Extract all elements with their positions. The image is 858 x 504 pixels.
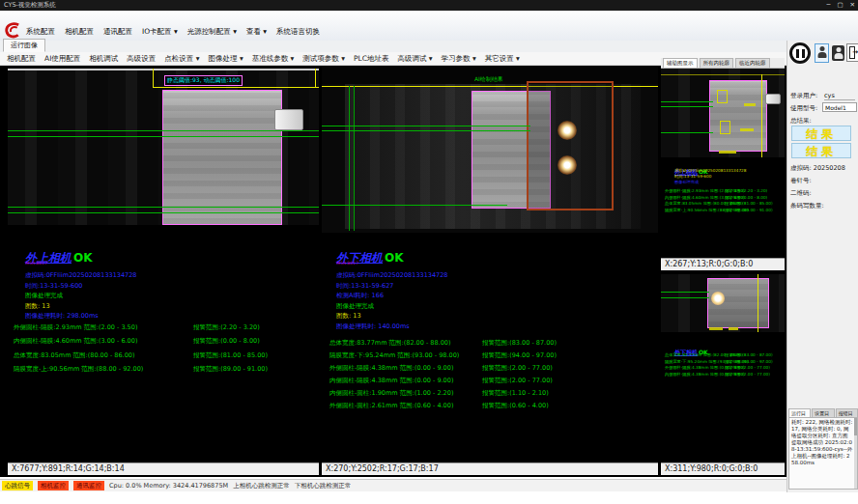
- image-count-line: 图数: 13: [336, 311, 447, 322]
- weld-glow-spot: [558, 155, 577, 175]
- tool-spot-check[interactable]: 点检设置 ▾: [164, 54, 199, 64]
- annotation-mark: [729, 327, 738, 330]
- camera-info-block: 虚拟码:0FFIiim20250208133134728 时间:13-31-59…: [674, 168, 746, 185]
- tool-image-processing[interactable]: 图像处理 ▾: [209, 54, 243, 64]
- annotation-mark: [709, 327, 723, 330]
- side-control-panel: → 登录用户: cys 使用型号: Model1 总结果: 结果 结果 虚拟码:…: [786, 41, 858, 492]
- tool-advanced-debug[interactable]: 高级调试 ▾: [397, 54, 432, 64]
- bottom-statusbar: 心跳信号 相机监控 通讯监控 Cpu: 0.0% Memory: 3424.41…: [0, 479, 786, 491]
- aux-top-panel: 辅助图显示 所有内轮廓 临近内轮廓 外上相机OK 虚拟码:0FFIiim2025…: [661, 58, 785, 270]
- tool-advanced-settings[interactable]: 高级设置: [127, 54, 156, 64]
- measurement-row: 内侧圆柱-隔膜:4.60mm 范围:(3.00 - 6.00)报警范围:(0.0…: [14, 335, 268, 350]
- user-logout-button[interactable]: [832, 45, 844, 61]
- tab-run-image[interactable]: 运行图像: [3, 39, 45, 52]
- menubar: 系统配置 相机配置 通讯配置 IO卡配置 ▾ 光源控制配置 ▾ 查看 ▾ 系统语…: [0, 11, 858, 42]
- log-tabs: 运行日志 设置日志 报错日志: [788, 408, 858, 417]
- center-camera-panel: AI绘制结果 外下相机OK M5R.B017 虚拟码:0FFIiim202502…: [322, 66, 658, 475]
- menu-camera-config[interactable]: 相机配置: [65, 27, 94, 37]
- user-login-button[interactable]: [815, 43, 829, 63]
- aux-top-image[interactable]: [661, 69, 785, 157]
- menu-view[interactable]: 查看 ▾: [246, 27, 267, 37]
- measurement-rows: 外侧圆柱-隔膜:2.93mm 范围:(2.00 - 3.50)报警范围:(2.2…: [665, 187, 773, 213]
- camera-code-small: M5R.B017: [25, 261, 47, 266]
- marker-yellow-line: [661, 74, 785, 75]
- baseline-green: [661, 101, 713, 102]
- measurement-row: 隔膜宽度-下:95.24mm 范围:(93.00 - 98.00)报警范围:(9…: [665, 358, 773, 365]
- exit-button[interactable]: →: [846, 43, 858, 62]
- maximize-button[interactable]: ▢: [837, 0, 843, 11]
- left-camera-panel: 静态阈值:93, 动态阈值:100 外上相机OK M5R.B017 虚拟码:0F…: [8, 66, 319, 475]
- measurement-row: 总体宽度:83.77mm 范围:(82.00 - 88.00)报警范围:(83.…: [665, 351, 773, 358]
- annotation-mark: [744, 103, 756, 106]
- user-icon: [815, 44, 828, 62]
- aux-bottom-image[interactable]: [661, 274, 785, 332]
- tool-other-settings[interactable]: 其它设置 ▾: [485, 54, 520, 64]
- log-scrollbar[interactable]: [854, 418, 857, 489]
- tab-error-log[interactable]: 报错日志: [836, 408, 858, 417]
- login-user-label: 登录用户:: [790, 92, 817, 100]
- ok-status: OK: [385, 251, 404, 265]
- tool-baseline-params[interactable]: 基准线参数 ▾: [252, 54, 295, 64]
- weld-glow-spot: [711, 292, 725, 305]
- baseline-green: [322, 130, 530, 131]
- menu-light-config[interactable]: 光源控制配置 ▾: [187, 27, 237, 37]
- comm-monitor-badge: 通讯监控: [73, 481, 104, 490]
- baseline-green: [661, 106, 713, 107]
- menu-comm-config[interactable]: 通讯配置: [103, 27, 132, 37]
- aux-tabs: 辅助图显示 所有内轮廓 临近内轮廓: [661, 58, 785, 69]
- center-pixel-coords: X:270;Y:2502;R:17;G:17;B:17: [322, 462, 658, 475]
- pause-button[interactable]: [789, 42, 811, 64]
- measurement-row: 隔膜宽度-上:90.56mm 范围:(88.00 - 92.00)报警范围:(8…: [14, 363, 268, 378]
- tool-ai-use-config[interactable]: AI使用配置: [44, 54, 80, 64]
- annotation-mark: [719, 151, 736, 154]
- center-camera-image[interactable]: AI绘制结果: [322, 67, 658, 233]
- tab-all-contours[interactable]: 所有内轮廓: [700, 58, 734, 68]
- needle-number-field: 卷针号:: [790, 177, 812, 185]
- titlebar: CYS-视觉检测系统 ─ ▢ ✕: [0, 0, 858, 11]
- tool-camera-debug[interactable]: 相机调试: [89, 54, 118, 64]
- tool-plc-address[interactable]: PLC地址表: [354, 54, 388, 64]
- camera-info-block: 虚拟码:0FFIiim20250208133134728 时间:13-31-59…: [336, 270, 447, 331]
- process-time-line: 图像处理耗时: 298.00ms: [25, 311, 136, 322]
- measurement-row: 总体宽度:83.05mm 范围:(80.00 - 86.00)报警范围:(81.…: [665, 201, 773, 208]
- marker-yellow-line: [758, 274, 758, 332]
- log-text[interactable]: 耗时: 222, 网络检测耗时: 17, 网络分类耗时: 0, 网络提取分区耗时…: [788, 417, 858, 490]
- close-button[interactable]: ✕: [850, 0, 855, 11]
- cpu-memory-status: Cpu: 0.0% Memory: 3424.41796875M: [109, 482, 228, 490]
- image-top-strip: [8, 69, 319, 70]
- exit-arrow-icon: →: [852, 48, 858, 57]
- menu-io-config[interactable]: IO卡配置 ▾: [142, 27, 178, 37]
- model-label: 使用型号:: [790, 104, 817, 113]
- tab-aux-display[interactable]: 辅助图显示: [663, 58, 698, 68]
- tab-run-log[interactable]: 运行日志: [788, 408, 811, 417]
- vertical-green-line: [354, 86, 355, 231]
- tool-learning-params[interactable]: 学习参数 ▾: [442, 54, 476, 64]
- aux-bottom-panel: 外下相机OK 总体宽度:83.77mm 范围:(82.00 - 88.00)报警…: [661, 272, 785, 475]
- measurement-row: 隔膜宽度-下:95.24mm 范围:(93.00 - 98.00)报警范围:(9…: [329, 350, 557, 362]
- virtual-code-line: 虚拟码:0FFIiim20250208133134728: [25, 270, 136, 281]
- model-input[interactable]: Model1: [822, 102, 857, 112]
- baseline-green: [661, 297, 709, 298]
- camera-monitor-badge: 相机监控: [38, 481, 69, 490]
- qrcode-field: 二维码:: [790, 189, 812, 198]
- measurement-row: 总体宽度:83.77mm 范围:(82.00 - 88.00)报警范围:(83.…: [329, 337, 557, 350]
- menu-language-switch[interactable]: 系统语言切换: [276, 27, 320, 37]
- image-count-line: 图数: 13: [25, 301, 136, 312]
- left-camera-image[interactable]: 静态阈值:93, 动态阈值:100: [8, 69, 319, 225]
- measurement-rows: 总体宽度:83.77mm 范围:(82.00 - 88.00)报警范围:(83.…: [665, 351, 773, 378]
- process-done-line: 图像处理完成: [336, 301, 447, 312]
- baseline-green: [8, 212, 319, 213]
- tool-camera-config[interactable]: 相机配置: [7, 54, 36, 64]
- heartbeat-badge: 心跳信号: [2, 481, 33, 490]
- minimize-button[interactable]: ─: [826, 0, 830, 11]
- menu-system-config[interactable]: 系统配置: [26, 27, 55, 37]
- measurement-row: 外侧圆柱-隔膜:2.93mm 范围:(2.00 - 3.50)报警范围:(2.2…: [665, 187, 773, 194]
- camera-info-block: 虚拟码:0FFIiim20250208133134728 时间:13-31-59…: [25, 270, 136, 322]
- tab-settings-log[interactable]: 设置日志: [812, 408, 834, 417]
- marker-yellow-line: [761, 74, 762, 157]
- tool-test-params[interactable]: 测试项参数 ▾: [302, 54, 345, 64]
- virtual-code-line: 虚拟码:0FFIiim20250208133134728: [336, 270, 447, 281]
- measurement-row: 内侧圆柱-圆柱:1.90mm 范围:(1.00 - 2.20)报警范围:(1.1…: [329, 387, 557, 400]
- marker-yellow-box: [717, 90, 728, 103]
- tab-near-contours[interactable]: 临近内轮廓: [735, 58, 770, 68]
